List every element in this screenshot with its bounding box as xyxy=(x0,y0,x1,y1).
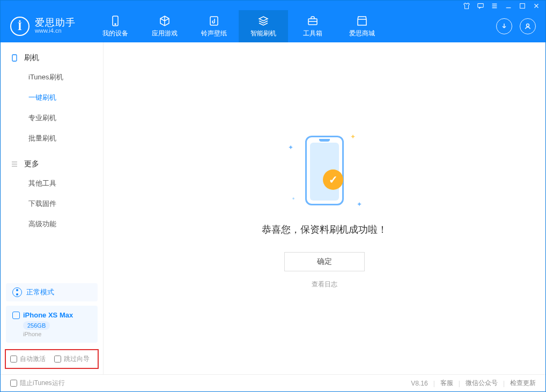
success-message: 恭喜您，保资料刷机成功啦！ xyxy=(262,223,387,236)
device-phone-icon xyxy=(12,312,20,319)
body: 刷机 iTunes刷机 一键刷机 专业刷机 批量刷机 更多 其他工具 下载固件 … xyxy=(1,42,545,374)
skip-guide-label: 跳过向导 xyxy=(64,354,90,364)
auto-activate-checkbox[interactable]: 自动激活 xyxy=(10,354,46,364)
statusbar: 阻止iTunes运行 V8.16 | 客服 | 微信公众号 | 检查更新 xyxy=(1,374,545,391)
block-itunes-checkbox[interactable]: 阻止iTunes运行 xyxy=(10,379,65,388)
wechat-link[interactable]: 微信公众号 xyxy=(466,379,498,388)
store-icon xyxy=(356,14,368,27)
svg-rect-1 xyxy=(520,4,525,9)
sidebar-item-other-tools[interactable]: 其他工具 xyxy=(1,173,103,194)
header: İ 爱思助手 www.i4.cn 我的设备 应用游戏 铃声壁纸 智能刷机 xyxy=(1,10,545,42)
device-type: iPhone xyxy=(23,331,91,337)
block-itunes-label: 阻止iTunes运行 xyxy=(20,379,65,388)
toolbox-icon xyxy=(306,14,319,27)
download-button[interactable] xyxy=(496,18,512,34)
version-label: V8.16 xyxy=(411,380,427,387)
sidebar-item-download-firmware[interactable]: 下载固件 xyxy=(1,194,103,214)
minimize-icon[interactable] xyxy=(505,2,512,10)
sidebar-section-more: 更多 其他工具 下载固件 高级功能 xyxy=(1,149,103,234)
maximize-icon[interactable] xyxy=(519,2,526,10)
svg-rect-0 xyxy=(478,4,484,8)
logo-icon: İ xyxy=(10,17,29,36)
nav-apps[interactable]: 应用游戏 xyxy=(140,10,189,42)
section-title: 更多 xyxy=(24,159,39,169)
phone-illustration: ✓ xyxy=(305,136,344,205)
divider: | xyxy=(459,380,460,387)
device-storage: 256GB xyxy=(23,321,50,330)
mode-icon xyxy=(12,287,22,297)
tshirt-icon[interactable] xyxy=(463,2,470,10)
check-update-link[interactable]: 检查更新 xyxy=(510,379,536,388)
svg-rect-4 xyxy=(210,17,218,25)
music-icon xyxy=(208,14,220,27)
nav-label: 我的设备 xyxy=(102,29,128,38)
app-url: www.i4.cn xyxy=(35,27,76,34)
logo: İ 爱思助手 www.i4.cn xyxy=(10,17,76,36)
sparkle-icon: ✦ xyxy=(350,133,356,140)
cube-icon xyxy=(158,14,171,27)
device-name: iPhone XS Max xyxy=(23,311,73,319)
header-right xyxy=(496,18,536,34)
sparkle-icon: ✦ xyxy=(357,201,362,208)
feedback-icon[interactable] xyxy=(477,2,484,10)
sidebar-section-flash: 刷机 iTunes刷机 一键刷机 专业刷机 批量刷机 xyxy=(1,42,103,149)
svg-point-6 xyxy=(527,24,529,27)
sidebar-item-pro-flash[interactable]: 专业刷机 xyxy=(1,108,103,128)
mode-label: 正常模式 xyxy=(26,287,54,297)
sidebar-item-advanced[interactable]: 高级功能 xyxy=(1,214,103,234)
divider: | xyxy=(433,380,435,387)
nav-toolbox[interactable]: 工具箱 xyxy=(288,10,337,42)
divider: | xyxy=(503,380,505,387)
flash-options: 自动激活 跳过向导 xyxy=(5,349,99,369)
sparkle-icon: • xyxy=(292,195,294,203)
titlebar xyxy=(1,1,545,10)
device-mode[interactable]: 正常模式 xyxy=(6,283,98,301)
device-icon xyxy=(109,14,122,27)
nav-ringtones[interactable]: 铃声壁纸 xyxy=(189,10,239,42)
main-content: ✦ ✦ • ✦ ✓ 恭喜您，保资料刷机成功啦！ 确定 查看日志 xyxy=(104,42,545,374)
section-title: 刷机 xyxy=(24,53,39,63)
device-panel[interactable]: iPhone XS Max 256GB iPhone xyxy=(6,306,98,343)
nav-flash[interactable]: 智能刷机 xyxy=(239,10,288,42)
gear-icon xyxy=(257,14,270,27)
skip-guide-checkbox[interactable]: 跳过向导 xyxy=(54,354,90,364)
menu-icon[interactable] xyxy=(491,2,498,10)
sparkle-icon: ✦ xyxy=(288,144,293,151)
nav-label: 应用游戏 xyxy=(152,29,178,38)
nav-my-device[interactable]: 我的设备 xyxy=(91,10,140,42)
nav-label: 智能刷机 xyxy=(250,29,276,38)
nav-store[interactable]: 爱思商城 xyxy=(337,10,387,42)
list-icon xyxy=(10,160,19,168)
nav-label: 铃声壁纸 xyxy=(201,29,227,38)
check-icon: ✓ xyxy=(323,169,343,190)
ok-button[interactable]: 确定 xyxy=(284,252,365,271)
user-button[interactable] xyxy=(520,18,536,34)
nav-label: 爱思商城 xyxy=(349,29,375,38)
auto-activate-label: 自动激活 xyxy=(20,354,46,364)
section-head: 更多 xyxy=(1,157,103,173)
view-log-link[interactable]: 查看日志 xyxy=(312,280,337,289)
sidebar-item-itunes-flash[interactable]: iTunes刷机 xyxy=(1,67,103,87)
app-window: İ 爱思助手 www.i4.cn 我的设备 应用游戏 铃声壁纸 智能刷机 xyxy=(0,0,546,392)
sidebar-item-oneclick-flash[interactable]: 一键刷机 xyxy=(1,87,103,108)
sidebar: 刷机 iTunes刷机 一键刷机 专业刷机 批量刷机 更多 其他工具 下载固件 … xyxy=(1,42,104,374)
top-nav: 我的设备 应用游戏 铃声壁纸 智能刷机 工具箱 爱思商城 xyxy=(91,10,387,42)
section-head: 刷机 xyxy=(1,51,103,67)
phone-icon xyxy=(10,54,19,62)
nav-label: 工具箱 xyxy=(303,29,322,38)
svg-rect-7 xyxy=(12,55,17,61)
sidebar-item-batch-flash[interactable]: 批量刷机 xyxy=(1,128,103,149)
close-icon[interactable] xyxy=(533,2,540,10)
customer-service-link[interactable]: 客服 xyxy=(440,379,453,388)
svg-point-3 xyxy=(115,24,116,25)
success-illustration: ✦ ✦ • ✦ ✓ xyxy=(282,128,367,213)
app-name: 爱思助手 xyxy=(35,18,76,27)
